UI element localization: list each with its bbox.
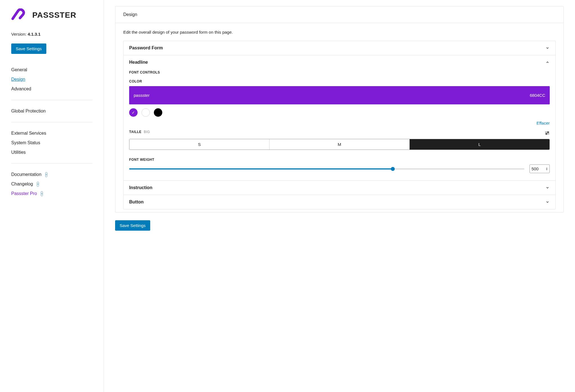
color-swatches: ✓ xyxy=(129,108,550,117)
panel-description: Edit the overall design of your password… xyxy=(123,30,556,35)
check-icon: ✓ xyxy=(132,110,135,115)
nav-separator xyxy=(11,163,92,164)
chevron-up-icon xyxy=(545,60,550,65)
design-panel: Design Edit the overall design of your p… xyxy=(115,6,564,212)
size-option-m[interactable]: M xyxy=(269,139,409,150)
sidebar-item-passster-pro[interactable]: Passster Pro 🔗 xyxy=(11,189,92,198)
color-swatch-black[interactable] xyxy=(154,108,162,117)
clear-color-row: Effacer xyxy=(129,121,550,125)
brand-name: PASSSTER xyxy=(32,11,76,20)
brand-logo-icon xyxy=(11,8,29,22)
accordion-header-headline[interactable]: Headline xyxy=(124,55,555,69)
brand-logo: PASSSTER xyxy=(11,8,92,22)
spinner-icon: ▲▼ xyxy=(546,167,548,171)
sidebar: PASSSTER Version: 4.1.3.1 Save Settings … xyxy=(0,0,104,392)
accordion-body-headline: FONT CONTROLS COLOR passster 6804CC ✓ xyxy=(124,70,555,180)
size-option-s[interactable]: S xyxy=(129,139,269,150)
sidebar-item-external-services[interactable]: External Services xyxy=(11,129,92,138)
sidebar-item-system-status[interactable]: System Status xyxy=(11,138,92,148)
save-settings-button-bottom[interactable]: Save Settings xyxy=(115,220,150,231)
save-settings-button-top[interactable]: Save Settings xyxy=(11,43,46,54)
size-option-l[interactable]: L xyxy=(409,139,549,150)
accordion-button: Button xyxy=(124,195,555,209)
sidebar-item-design[interactable]: Design xyxy=(11,75,92,84)
external-link-icon: 🔗 xyxy=(35,181,41,187)
sidebar-item-general[interactable]: General xyxy=(11,65,92,75)
accordion-header-instruction[interactable]: Instruction xyxy=(124,181,555,195)
font-controls-label: FONT CONTROLS xyxy=(129,70,550,74)
sidebar-item-global-protection[interactable]: Global Protection xyxy=(11,106,92,116)
chevron-down-icon xyxy=(545,46,550,50)
chevron-down-icon xyxy=(545,200,550,204)
nav-group-2: Global Protection xyxy=(11,106,92,116)
accordion-headline: Headline FONT CONTROLS COLOR passster 68… xyxy=(124,55,555,181)
font-weight-control: 500 ▲▼ xyxy=(129,164,550,173)
size-label: TAILLE BIG xyxy=(129,130,150,134)
clear-color-link[interactable]: Effacer xyxy=(537,121,550,125)
sidebar-item-utilities[interactable]: Utilities xyxy=(11,148,92,157)
font-weight-slider[interactable] xyxy=(129,166,524,172)
color-swatch-white[interactable] xyxy=(142,108,150,117)
size-segmented-control: S M L xyxy=(129,139,550,150)
chevron-down-icon xyxy=(545,185,550,190)
color-label: COLOR xyxy=(129,79,550,83)
color-hex: 6804CC xyxy=(530,93,545,98)
sliders-icon[interactable] xyxy=(545,131,550,136)
nav-group-1: General Design Advanced xyxy=(11,65,92,94)
panel-title: Design xyxy=(115,6,563,23)
color-swatch-purple[interactable]: ✓ xyxy=(129,108,138,117)
accordion-password-form: Password Form xyxy=(124,41,555,55)
design-accordion: Password Form Headline xyxy=(123,41,556,209)
svg-point-0 xyxy=(18,13,20,16)
nav-group-3: External Services System Status Utilitie… xyxy=(11,129,92,157)
nav-separator xyxy=(11,100,92,100)
sidebar-item-documentation[interactable]: Documentation 🔗 xyxy=(11,170,92,179)
font-weight-input[interactable]: 500 ▲▼ xyxy=(530,164,550,173)
accordion-header-button[interactable]: Button xyxy=(124,195,555,209)
color-name: passster xyxy=(134,93,150,98)
accordion-header-password-form[interactable]: Password Form xyxy=(124,41,555,55)
accordion-instruction: Instruction xyxy=(124,181,555,195)
color-preview[interactable]: passster 6804CC xyxy=(129,86,550,104)
external-link-icon: 🔗 xyxy=(43,171,49,178)
version-text: Version: 4.1.3.1 xyxy=(11,32,92,36)
sidebar-item-advanced[interactable]: Advanced xyxy=(11,84,92,94)
main-content: Design Edit the overall design of your p… xyxy=(104,0,575,392)
font-weight-label: FONT WEIGHT xyxy=(129,158,550,162)
sidebar-item-changelog[interactable]: Changelog 🔗 xyxy=(11,179,92,189)
nav-separator xyxy=(11,122,92,122)
external-link-icon: 🔗 xyxy=(38,190,45,197)
svg-point-4 xyxy=(546,133,547,134)
nav-group-4: Documentation 🔗 Changelog 🔗 Passster Pro… xyxy=(11,170,92,198)
svg-point-2 xyxy=(547,132,549,133)
